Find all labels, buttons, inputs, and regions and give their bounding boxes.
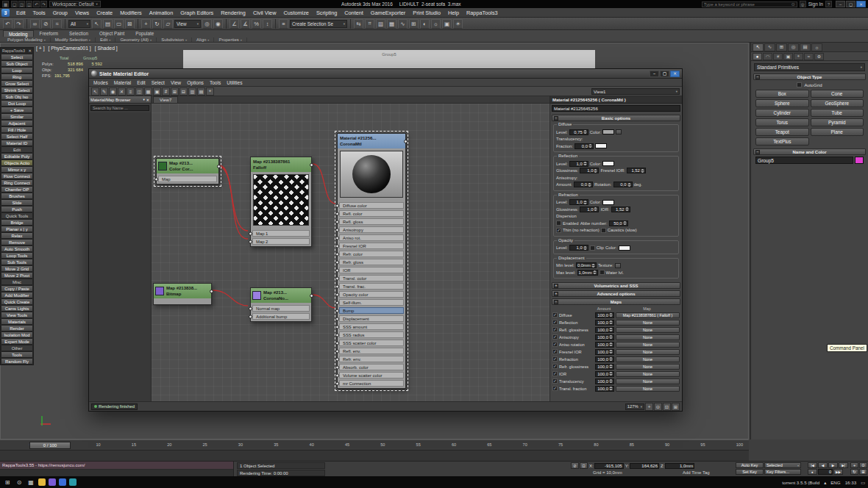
go-to-start-icon[interactable]: |◀ <box>808 462 817 468</box>
checkbox-field[interactable]: Enabled <box>556 220 579 226</box>
input-socket-dot[interactable] <box>335 309 339 312</box>
node-preview[interactable] <box>253 174 309 226</box>
menu-rendering[interactable]: Rendering <box>217 8 249 17</box>
app-maximize-button[interactable]: ▢ <box>846 1 855 7</box>
close-icon[interactable]: ✕ <box>29 49 32 53</box>
rappatools-relax[interactable]: Relax <box>1 232 33 239</box>
spinner-arrows[interactable] <box>625 207 629 212</box>
rappatools-sub-obj-iso[interactable]: Sub Obj Iso <box>1 93 33 100</box>
node-preview[interactable] <box>340 151 403 198</box>
rectangular-selection-region-icon[interactable]: ▭ <box>114 19 124 29</box>
rollout-object-type[interactable]: − Object Type <box>753 73 866 80</box>
primitive-button-box[interactable]: Box <box>755 90 809 98</box>
helpers-category[interactable]: ⌖ <box>794 53 803 60</box>
render-production-icon[interactable]: ☀ <box>453 19 463 29</box>
select-object-icon[interactable]: ↖ <box>92 19 102 29</box>
zoom-tool-icon[interactable]: ⊙ <box>654 403 662 411</box>
search-input[interactable]: Type a keyword or phrase ⊙ <box>702 1 797 7</box>
material-editor-icon[interactable]: ◐ <box>420 19 430 29</box>
slate-maximize-button[interactable]: ▢ <box>660 71 669 77</box>
connection-wire[interactable] <box>219 165 248 231</box>
snaps-toggle-icon[interactable]: ∠ <box>230 19 239 29</box>
rendered-frame-window-icon[interactable]: ▣ <box>442 19 452 29</box>
tray-expand-icon[interactable]: ▴ <box>824 480 826 485</box>
rollout-advanced-options[interactable]: +Advanced options <box>552 290 680 297</box>
mirror-icon[interactable]: ⇆ <box>354 19 363 29</box>
color-swatch[interactable] <box>602 161 614 166</box>
rappatools-similar[interactable]: Similar <box>1 113 33 120</box>
map-slot-button[interactable]: Map #2138387861 ( Falloff ) <box>616 312 680 318</box>
connection-wire[interactable] <box>213 290 248 306</box>
color-swatch[interactable] <box>602 200 614 205</box>
rappatools-flow-connect[interactable]: Flow Connect <box>1 173 33 179</box>
browser-tree[interactable] <box>89 112 151 401</box>
select-and-link-icon[interactable]: ∞ <box>30 19 40 29</box>
value-spinner[interactable]: 1,52 <box>627 168 646 173</box>
spinner-arrows[interactable] <box>594 207 597 212</box>
ribbon-section-subdivision[interactable]: Subdivision▾ <box>157 37 192 42</box>
input-socket-dot[interactable] <box>249 240 252 243</box>
node-falloff[interactable]: Map #2138387861FalloffMap 1Map 2 <box>250 157 312 247</box>
slot-displacement[interactable]: Displacement <box>339 315 404 322</box>
map-enable-checkbox[interactable]: ✓ <box>552 371 558 376</box>
absolute-mode-toggle-icon[interactable]: ⊡ <box>580 462 588 469</box>
percent-snap-toggle-icon[interactable]: % <box>252 19 261 29</box>
value-spinner[interactable]: 1,0 <box>569 245 588 251</box>
rappatools-select-half[interactable]: Select Half <box>1 133 33 140</box>
rappatools-quick-create[interactable]: Quick Create <box>1 298 33 305</box>
slate-menu-edit[interactable]: Edit <box>134 80 148 85</box>
spinner-arrows[interactable] <box>593 270 597 276</box>
menu-modifiers[interactable]: Modifiers <box>116 8 146 17</box>
menu-print-studio[interactable]: Print Studio <box>409 8 444 17</box>
input-socket-dot[interactable] <box>335 268 339 272</box>
select-tool-icon[interactable]: ↖ <box>91 87 99 96</box>
selection-lock-toggle-icon[interactable]: ⊘ <box>571 462 579 469</box>
slot-transl-color[interactable]: Transl. color <box>339 275 404 281</box>
node-header[interactable]: Map #2138387861Falloff <box>251 157 311 172</box>
map-amount-spinner[interactable]: 100,0 <box>595 342 614 348</box>
input-socket-dot[interactable] <box>335 373 339 377</box>
ribbon-tab-modeling[interactable]: Modeling <box>3 30 34 37</box>
primitive-button-textplus[interactable]: TextPlus <box>755 137 809 146</box>
slot-volume-scatter-color[interactable]: Volume scatter color <box>339 372 404 378</box>
ribbon-section-modify-selection[interactable]: Modify Selection▾ <box>51 37 96 42</box>
map-slot-button[interactable]: None <box>616 378 680 384</box>
rappatools-loop-tools[interactable]: Loop Tools <box>1 252 33 259</box>
primitive-button-geosphere[interactable]: GeoSphere <box>811 99 864 107</box>
map-enable-checkbox[interactable]: ✓ <box>552 378 558 384</box>
slot-mr-connection[interactable]: mr Connection <box>339 380 404 387</box>
rappatools-materials[interactable]: Materials <box>1 318 33 325</box>
unlink-selection-icon[interactable]: ⊘ <box>41 19 51 29</box>
map-enable-checkbox[interactable]: ✓ <box>552 349 558 354</box>
language-indicator[interactable]: ENG <box>830 480 840 485</box>
chevron-down-icon[interactable]: ▾ <box>143 98 145 101</box>
rappatools-editable-poly[interactable]: Editable Poly <box>1 153 33 159</box>
slot-ior[interactable]: IOR <box>339 267 404 273</box>
input-socket-dot[interactable] <box>335 325 339 329</box>
output-socket-dot[interactable] <box>404 140 408 143</box>
map-enable-checkbox[interactable]: ✓ <box>552 386 558 391</box>
spinner-arrows[interactable] <box>609 320 613 326</box>
viewport-general-menu[interactable]: [ + ] <box>36 46 45 51</box>
slot-diffuse-color[interactable]: Diffuse color <box>339 202 404 209</box>
delete-selected-icon[interactable]: ✕ <box>118 87 126 96</box>
rappatools-ring[interactable]: Ring <box>1 73 33 80</box>
graphite-ribbon-toggle-icon[interactable]: ▦ <box>387 19 396 29</box>
input-socket-dot[interactable] <box>335 301 339 304</box>
rappatools-shrink-select[interactable]: Shrink Select <box>1 87 33 93</box>
key-set-dropdown[interactable]: Selected ▾ <box>764 462 801 468</box>
named-selection-sets-dropdown[interactable]: Create Selection Se▾ <box>290 20 347 28</box>
listener-line[interactable]: RappaTools3.55 - https://remusjuncu.com/ <box>0 462 233 470</box>
map-slot-button[interactable]: None <box>616 327 680 333</box>
connection-wire[interactable] <box>219 166 248 239</box>
clock[interactable]: 16:33 <box>845 480 856 485</box>
map-amount-spinner[interactable]: 100,0 <box>595 378 614 384</box>
value-spinner[interactable]: 1,52 <box>611 207 630 212</box>
input-socket-dot[interactable] <box>335 252 339 256</box>
rappatools-dot-loop[interactable]: Dot Loop <box>1 100 33 107</box>
rappatools-select[interactable]: Select <box>1 54 33 60</box>
next-frame-icon[interactable]: ▶▶ <box>833 469 843 475</box>
color-swatch[interactable] <box>602 129 614 134</box>
value-spinner[interactable]: 1,0 <box>569 199 588 205</box>
input-socket-dot[interactable] <box>335 260 339 264</box>
